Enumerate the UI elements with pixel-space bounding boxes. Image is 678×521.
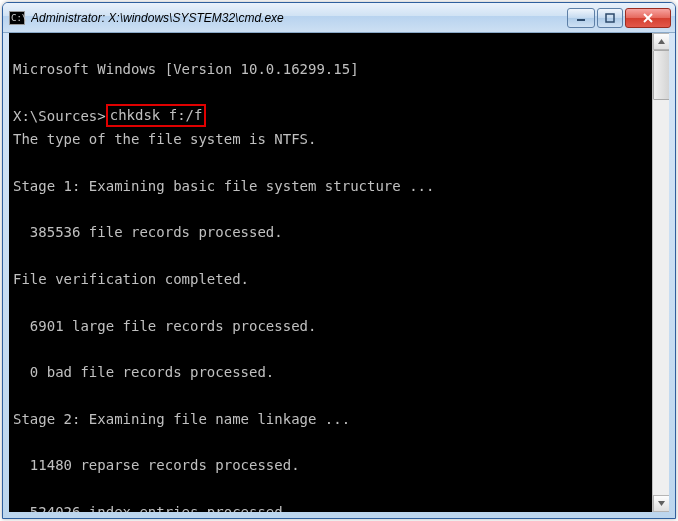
minimize-icon	[576, 13, 586, 23]
vertical-scrollbar[interactable]	[652, 33, 669, 512]
close-button[interactable]	[625, 8, 671, 28]
svg-rect-0	[577, 19, 585, 21]
svg-marker-4	[658, 39, 665, 44]
maximize-icon	[605, 13, 615, 23]
chevron-down-icon	[657, 499, 666, 508]
command-highlight: chkdsk f:/f	[106, 104, 207, 127]
maximize-button[interactable]	[597, 8, 623, 28]
client-area: Microsoft Windows [Version 10.0.16299.15…	[9, 33, 669, 512]
chevron-up-icon	[657, 37, 666, 46]
svg-rect-1	[606, 14, 614, 22]
scroll-up-button[interactable]	[653, 33, 669, 50]
scroll-down-button[interactable]	[653, 495, 669, 512]
file-records-line: 385536 file records processed.	[13, 224, 283, 240]
index-entries-line: 524026 index entries processed.	[13, 504, 291, 512]
svg-marker-5	[658, 501, 665, 506]
stage2-line: Stage 2: Examining file name linkage ...	[13, 411, 350, 427]
bad-files-line: 0 bad file records processed.	[13, 364, 274, 380]
cmd-window: C:\ Administrator: X:\windows\SYSTEM32\c…	[2, 2, 676, 519]
window-controls	[567, 8, 671, 28]
minimize-button[interactable]	[567, 8, 595, 28]
file-verification-line: File verification completed.	[13, 271, 249, 287]
scroll-thumb[interactable]	[653, 50, 669, 100]
version-line: Microsoft Windows [Version 10.0.16299.15…	[13, 61, 359, 77]
titlebar[interactable]: C:\ Administrator: X:\windows\SYSTEM32\c…	[3, 3, 675, 33]
stage1-line: Stage 1: Examining basic file system str…	[13, 178, 434, 194]
large-files-line: 6901 large file records processed.	[13, 318, 316, 334]
prompt: X:\Sources>	[13, 108, 106, 124]
close-icon	[642, 12, 654, 24]
terminal-output[interactable]: Microsoft Windows [Version 10.0.16299.15…	[9, 33, 669, 512]
window-title: Administrator: X:\windows\SYSTEM32\cmd.e…	[31, 11, 567, 25]
reparse-line: 11480 reparse records processed.	[13, 457, 300, 473]
fs-type-line: The type of the file system is NTFS.	[13, 131, 316, 147]
cmd-icon: C:\	[9, 11, 25, 25]
scroll-track[interactable]	[653, 50, 669, 495]
